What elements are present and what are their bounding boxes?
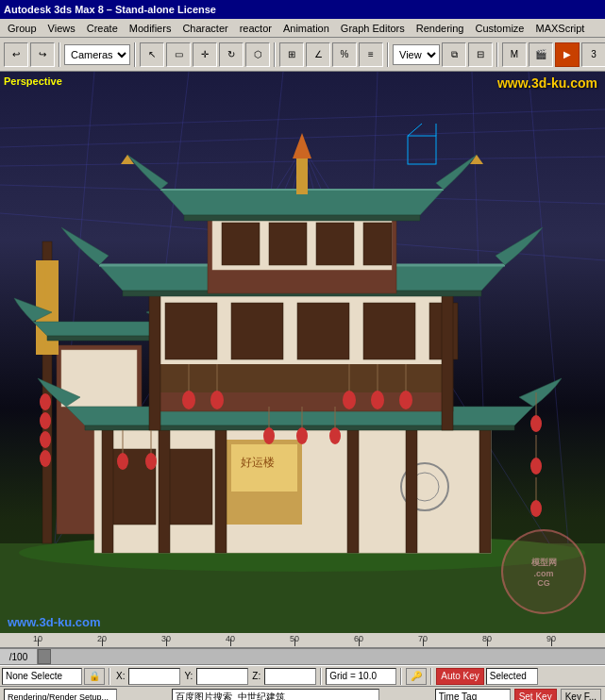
z-label: Z:	[250, 671, 262, 681]
lock-button[interactable]: 🔒	[84, 668, 105, 685]
svg-point-59	[210, 391, 224, 409]
render-last-button[interactable]: 3	[581, 42, 605, 67]
svg-rect-50	[231, 303, 283, 359]
ruler-mark-90	[551, 639, 552, 646]
menu-create[interactable]: Create	[81, 21, 124, 36]
menu-customize[interactable]: Customize	[470, 21, 530, 36]
svg-rect-49	[165, 303, 217, 359]
watermark-top: www.3d-ku.com	[497, 75, 597, 91]
svg-point-27	[40, 450, 51, 467]
svg-point-57	[182, 391, 195, 409]
toolbar-sep-2	[134, 42, 136, 67]
title-bar: Autodesk 3ds Max 8 – Stand-alone License	[0, 0, 605, 19]
angle-snap-button[interactable]: ∠	[306, 42, 330, 67]
menu-reactor[interactable]: reactor	[234, 21, 277, 36]
svg-rect-39	[215, 430, 227, 553]
bottom-right-field: Time Tag	[435, 689, 511, 701]
y-field[interactable]	[196, 668, 248, 685]
menu-graph-editors[interactable]: Graph Editors	[335, 21, 411, 36]
ruler-mark-80	[487, 639, 488, 646]
ruler-mark-10	[38, 639, 39, 646]
move-button[interactable]: ✛	[193, 42, 217, 67]
material-editor-button[interactable]: M	[502, 42, 527, 67]
rotate-button[interactable]: ↻	[219, 42, 244, 67]
svg-rect-41	[406, 430, 417, 553]
x-field[interactable]	[128, 668, 180, 685]
svg-rect-34	[359, 430, 491, 553]
timeline-slider[interactable]	[38, 649, 605, 664]
x-label: X:	[114, 671, 126, 681]
select-region-button[interactable]: ▭	[166, 42, 191, 67]
grid-display: Grid = 10.0	[326, 668, 396, 685]
bottom-left-text: Rendering/Render Setup...	[8, 692, 109, 701]
auto-key-button[interactable]: Auto Key	[436, 668, 484, 685]
toolbar: ↩ ↪ Cameras ↖ ▭ ✛ ↻ ⬡ ⊞ ∠ % ≡ View ⧉ ⊟ M…	[0, 38, 605, 72]
svg-point-25	[40, 412, 51, 429]
key-frame-button[interactable]: Key F...	[561, 689, 601, 701]
menu-group[interactable]: Group	[2, 21, 42, 36]
svg-point-61	[343, 391, 356, 409]
svg-point-88	[117, 453, 128, 470]
snap-toggle-button[interactable]: ⊞	[279, 42, 304, 67]
render-button[interactable]: ▶	[555, 42, 580, 67]
title-text: Autodesk 3ds Max 8 – Stand-alone License	[4, 4, 216, 15]
toolbar-sep-1	[59, 42, 60, 67]
svg-rect-40	[347, 430, 359, 553]
svg-rect-74	[269, 223, 307, 265]
svg-rect-73	[222, 223, 260, 265]
stamp-text-1: 模型网	[531, 557, 557, 569]
set-key-label: Set Key	[519, 692, 552, 700]
timeline-bar[interactable]: /100	[0, 648, 605, 665]
svg-point-24	[40, 393, 51, 410]
mirror-button[interactable]: ⧉	[442, 42, 466, 67]
z-field[interactable]	[264, 668, 316, 685]
percent-snap-button[interactable]: %	[332, 42, 357, 67]
svg-rect-76	[363, 223, 392, 265]
watermark-bottom-left: www.3d-ku.com	[8, 615, 100, 629]
svg-rect-67	[442, 289, 453, 430]
scale-button[interactable]: ⬡	[245, 42, 270, 67]
svg-rect-55	[151, 369, 453, 392]
timeline-thumb[interactable]	[38, 649, 51, 664]
svg-rect-51	[297, 303, 349, 359]
timeline-start: /100	[0, 649, 38, 664]
ruler: 10 20 30 40 50 60 70 80 90	[0, 633, 605, 648]
align-button[interactable]: ⊟	[468, 42, 493, 67]
watermark-stamp: 模型网 .com CG	[501, 529, 586, 614]
redo-button[interactable]: ↪	[30, 42, 55, 67]
svg-rect-80	[296, 157, 308, 194]
svg-point-90	[145, 453, 157, 470]
menu-character[interactable]: Character	[176, 21, 233, 36]
spinner-snap-button[interactable]: ≡	[359, 42, 383, 67]
menu-views[interactable]: Views	[42, 21, 81, 36]
key-icon-button[interactable]: 🔑	[406, 668, 427, 685]
viewport-label: Perspective	[4, 75, 62, 87]
svg-point-63	[371, 391, 384, 409]
viewport[interactable]: 好运楼	[0, 72, 605, 633]
grid-text: Grid = 10.0	[329, 671, 377, 681]
selected-display: Selected	[486, 668, 538, 685]
view-dropdown[interactable]: View	[393, 44, 440, 65]
toolbar-sep-5	[496, 42, 498, 67]
menu-animation[interactable]: Animation	[277, 21, 335, 36]
svg-point-94	[296, 427, 308, 444]
ruler-mark-20	[102, 639, 103, 646]
render-setup-button[interactable]: 🎬	[529, 42, 553, 67]
svg-point-92	[263, 427, 275, 444]
undo-button[interactable]: ↩	[4, 42, 28, 67]
status-bar: None Selecte 🔒 X: Y: Z: Grid = 10.0 🔑 Au…	[0, 665, 605, 686]
select-button[interactable]: ↖	[140, 42, 164, 67]
menu-modifiers[interactable]: Modifiers	[124, 21, 177, 36]
ruler-mark-60	[359, 639, 360, 646]
menu-rendering[interactable]: Rendering	[411, 21, 470, 36]
bottom-right-text: Time Tag	[439, 692, 478, 700]
svg-text:好运楼: 好运楼	[241, 456, 275, 469]
camera-dropdown[interactable]: Cameras	[64, 44, 130, 65]
svg-rect-75	[316, 223, 354, 265]
bottom-middle-text: 百度图片搜索_中世纪建筑	[176, 691, 285, 701]
svg-marker-43	[33, 322, 165, 336]
menu-maxscript[interactable]: MAXScript	[529, 21, 590, 36]
svg-rect-66	[149, 289, 160, 430]
set-key-button[interactable]: Set Key	[514, 689, 557, 701]
selection-display: None Selecte	[2, 668, 82, 685]
